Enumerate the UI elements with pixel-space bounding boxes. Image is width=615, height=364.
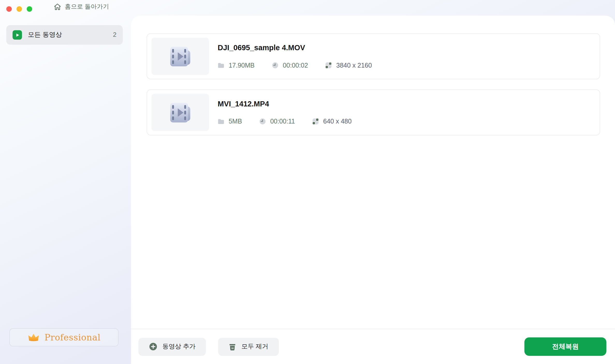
main-panel: DJI_0695_sample 4.MOV 17.90MB: [131, 16, 615, 364]
plus-circle-icon: [149, 343, 157, 351]
add-video-button[interactable]: 동영상 추가: [138, 338, 206, 356]
resolution-value: 640 x 480: [323, 118, 352, 125]
sidebar-item-label: 모든 동영상: [28, 31, 62, 39]
professional-license-badge[interactable]: Professional: [9, 328, 118, 346]
house-icon: [53, 3, 62, 11]
video-info: DJI_0695_sample 4.MOV 17.90MB: [218, 43, 372, 69]
video-info: MVI_1412.MP4 5MB 00:00:11: [218, 100, 352, 125]
file-size-value: 5MB: [229, 118, 242, 125]
remove-all-button[interactable]: 모두 제거: [218, 338, 279, 356]
window-controls: [6, 6, 32, 12]
file-size-value: 17.90MB: [229, 62, 254, 69]
dimensions-icon: [312, 118, 319, 125]
dimensions-icon: [325, 62, 332, 69]
back-to-home-label: 홈으로 돌아가기: [65, 3, 109, 11]
clock-icon: [259, 118, 266, 125]
crown-icon: [27, 332, 39, 342]
video-filename: DJI_0695_sample 4.MOV: [218, 43, 372, 52]
remove-all-label: 모두 제거: [241, 343, 268, 351]
video-filename: MVI_1412.MP4: [218, 100, 352, 108]
zoom-window-button[interactable]: [27, 6, 32, 12]
film-strip-icon: [168, 102, 192, 123]
sidebar-item-count: 2: [113, 31, 116, 38]
close-window-button[interactable]: [6, 6, 12, 12]
duration-group: 00:00:11: [259, 118, 295, 125]
clock-icon: [272, 62, 279, 69]
folder-icon: [218, 62, 224, 68]
sidebar-item-all-videos[interactable]: 모든 동영상 2: [6, 25, 123, 45]
file-size-group: 5MB: [218, 118, 242, 125]
restore-all-label: 전체복원: [552, 343, 579, 350]
back-to-home-button[interactable]: 홈으로 돌아가기: [53, 2, 109, 12]
footer-action-bar: 동영상 추가 모두 제거 전체복원: [131, 329, 615, 364]
license-badge-label: Professional: [45, 332, 101, 342]
duration-value: 00:00:11: [270, 118, 295, 125]
video-meta-row: 17.90MB 00:00:02: [218, 62, 372, 69]
add-video-label: 동영상 추가: [162, 343, 195, 351]
film-strip-icon: [168, 46, 192, 67]
restore-all-button[interactable]: 전체복원: [524, 337, 606, 356]
trash-icon: [229, 343, 236, 351]
video-thumbnail: [151, 94, 209, 131]
video-thumbnail: [151, 38, 209, 75]
video-list: DJI_0695_sample 4.MOV 17.90MB: [147, 33, 600, 145]
resolution-value: 3840 x 2160: [336, 62, 372, 69]
resolution-group: 640 x 480: [312, 118, 352, 125]
minimize-window-button[interactable]: [17, 6, 22, 12]
app-window: 홈으로 돌아가기 모든 동영상 2 Professional: [0, 0, 615, 364]
video-card[interactable]: MVI_1412.MP4 5MB 00:00:11: [147, 89, 600, 135]
resolution-group: 3840 x 2160: [325, 62, 372, 69]
video-meta-row: 5MB 00:00:11: [218, 118, 352, 125]
video-play-icon: [12, 30, 22, 40]
duration-group: 00:00:02: [272, 62, 308, 69]
file-size-group: 17.90MB: [218, 62, 255, 69]
duration-value: 00:00:02: [283, 62, 308, 69]
folder-icon: [218, 119, 224, 125]
video-card[interactable]: DJI_0695_sample 4.MOV 17.90MB: [147, 33, 600, 79]
